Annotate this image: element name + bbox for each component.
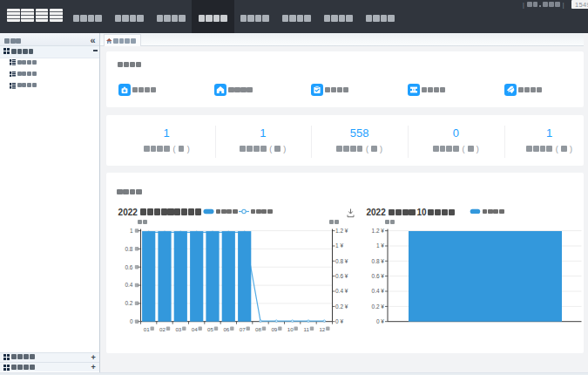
svg-text:04: 04 (192, 326, 198, 332)
svg-text:0.2 ¥: 0.2 ¥ (335, 303, 348, 310)
svg-text:0.2 ¥: 0.2 ¥ (372, 303, 385, 310)
svg-text:1.2 ¥: 1.2 ¥ (372, 228, 385, 234)
svg-text:08: 08 (255, 326, 261, 332)
svg-text:09: 09 (271, 326, 277, 332)
svg-text:0.4 ¥: 0.4 ¥ (372, 288, 385, 294)
svg-text:12: 12 (319, 326, 325, 332)
svg-text:06: 06 (223, 326, 229, 332)
svg-text:03: 03 (175, 326, 181, 332)
svg-text:0 ¥: 0 ¥ (376, 318, 384, 324)
svg-text:0.6 ¥: 0.6 ¥ (335, 273, 348, 279)
svg-text:0.8 ¥: 0.8 ¥ (372, 258, 385, 264)
svg-text:07: 07 (240, 326, 246, 332)
svg-text:11: 11 (304, 326, 310, 332)
svg-text:0.8: 0.8 (125, 246, 132, 252)
svg-text:0 ¥: 0 ¥ (335, 318, 343, 324)
svg-text:1: 1 (130, 228, 133, 234)
svg-text:0.4: 0.4 (125, 282, 132, 288)
svg-text:02: 02 (159, 326, 166, 332)
svg-text:10: 10 (287, 326, 294, 332)
svg-text:0: 0 (130, 318, 133, 324)
svg-text:0.2: 0.2 (125, 300, 132, 306)
svg-text:01: 01 (144, 326, 150, 332)
svg-text:1 ¥: 1 ¥ (376, 242, 384, 249)
svg-text:0.6: 0.6 (125, 264, 132, 270)
svg-text:0.4 ¥: 0.4 ¥ (335, 288, 348, 294)
svg-text:0.8 ¥: 0.8 ¥ (335, 258, 348, 264)
svg-text:0.6 ¥: 0.6 ¥ (372, 273, 385, 279)
svg-text:1 ¥: 1 ¥ (335, 242, 343, 249)
svg-text:05: 05 (207, 326, 213, 332)
svg-text:1.2 ¥: 1.2 ¥ (335, 228, 348, 234)
